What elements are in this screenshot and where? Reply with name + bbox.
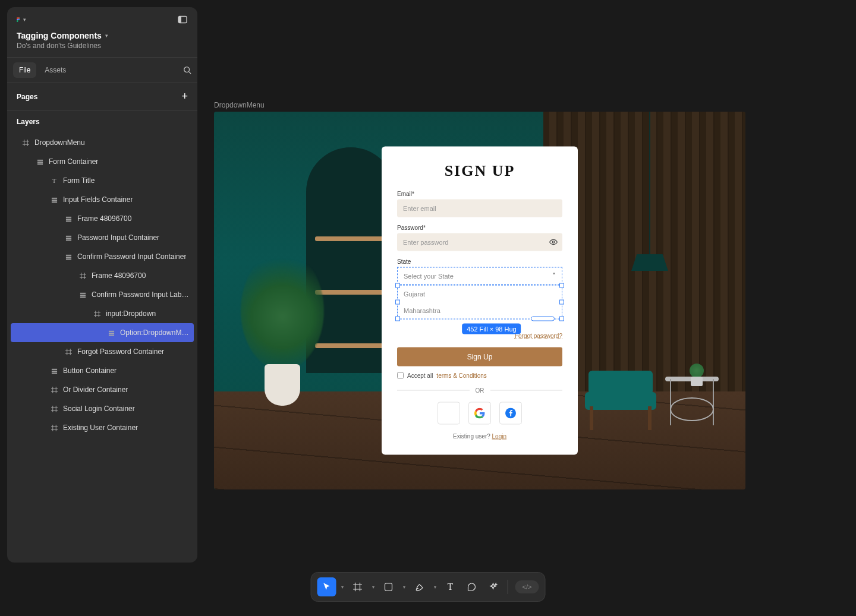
layer-item[interactable]: Confirm Password Input Container — [7, 247, 197, 266]
state-dropdown[interactable]: Select your State ˄ Gujarat Maharashtra … — [397, 267, 562, 320]
svg-rect-35 — [385, 583, 392, 590]
layer-item[interactable]: Button Container — [7, 361, 197, 380]
layer-label: DropdownMenu — [34, 138, 85, 147]
code-icon: </> — [523, 583, 532, 590]
layer-label: Existing User Container — [63, 424, 138, 432]
tab-file[interactable]: File — [13, 62, 36, 78]
figma-menu[interactable]: ▾ — [17, 15, 26, 24]
move-tool-chevron[interactable]: ▾ — [339, 585, 346, 590]
selection-handle[interactable] — [559, 283, 564, 288]
layer-item[interactable]: Input Fields Container — [7, 190, 197, 209]
pen-icon — [415, 582, 424, 592]
svg-rect-14 — [51, 201, 56, 203]
comment-tool[interactable] — [462, 577, 482, 596]
shape-tool-chevron[interactable]: ▾ — [401, 585, 408, 590]
selection-handle[interactable] — [395, 317, 400, 321]
layer-item[interactable]: Option:DropdownMenu — [11, 323, 194, 342]
layer-item[interactable]: Frame 48096700 — [7, 209, 197, 228]
frame-label[interactable]: DropdownMenu — [214, 101, 832, 109]
frame-tool[interactable] — [348, 577, 367, 596]
layer-label: Social Login Container — [63, 405, 135, 413]
autolayout-icon — [107, 330, 115, 336]
dropdown-option[interactable]: Gujarat — [398, 286, 562, 302]
layer-item[interactable]: Form Container — [7, 152, 197, 171]
text-tool[interactable]: T — [441, 577, 460, 596]
move-tool[interactable] — [317, 577, 336, 596]
dev-mode-toggle[interactable]: </> — [515, 580, 539, 593]
project-title[interactable]: Tagging Components — [17, 31, 102, 40]
layer-item[interactable]: Password Input Container — [7, 228, 197, 247]
layer-item[interactable]: Frame 48096700 — [7, 266, 197, 285]
svg-rect-24 — [80, 292, 85, 293]
pen-tool[interactable] — [410, 577, 429, 596]
email-input[interactable] — [397, 200, 562, 217]
chevron-down-icon[interactable]: ▾ — [105, 33, 108, 39]
shape-tool[interactable] — [379, 577, 398, 596]
svg-rect-26 — [80, 296, 85, 298]
layer-label: Input Fields Container — [63, 195, 133, 204]
autolayout-icon — [64, 235, 73, 241]
svg-point-1 — [18, 17, 20, 19]
login-link[interactable]: Login — [492, 433, 506, 440]
actions-tool[interactable] — [484, 577, 503, 596]
layer-item[interactable]: TForm Title — [7, 171, 197, 190]
svg-rect-21 — [65, 254, 71, 255]
svg-rect-13 — [51, 200, 56, 201]
comment-icon — [467, 582, 477, 592]
signup-button[interactable]: Sign Up — [397, 348, 562, 367]
layer-label: Password Input Container — [77, 233, 159, 242]
layer-item[interactable]: DropdownMenu — [7, 133, 197, 152]
svg-line-8 — [189, 72, 191, 74]
password-label: Password* — [397, 225, 562, 231]
password-input[interactable] — [397, 233, 562, 251]
pages-heading[interactable]: Pages — [17, 93, 37, 101]
terms-link[interactable]: terms & Conditions — [436, 372, 486, 379]
svg-rect-29 — [108, 334, 114, 336]
panel-toggle-button[interactable] — [177, 14, 188, 25]
frame-icon — [50, 387, 58, 393]
accept-checkbox[interactable] — [397, 372, 404, 379]
frame-icon — [353, 582, 363, 592]
google-icon — [474, 408, 485, 419]
svg-rect-23 — [65, 258, 71, 260]
tab-assets[interactable]: Assets — [39, 62, 72, 78]
layer-item[interactable]: Confirm Password Input Labe... — [7, 285, 197, 304]
svg-rect-12 — [51, 197, 56, 198]
layer-item[interactable]: input:Dropdown — [7, 304, 197, 323]
svg-point-36 — [417, 588, 418, 589]
selection-pill-handle[interactable] — [531, 317, 555, 321]
frame-tool-chevron[interactable]: ▾ — [370, 585, 377, 590]
selection-handle[interactable] — [559, 300, 564, 305]
signup-form: SIGN UP Email* Password* State Select yo… — [382, 147, 578, 455]
layer-label: Option:DropdownMenu — [120, 328, 190, 337]
autolayout-icon — [64, 254, 73, 260]
svg-rect-31 — [51, 371, 56, 372]
autolayout-icon — [64, 216, 73, 222]
layer-label: Forgot Password Container — [77, 348, 164, 356]
layer-item[interactable]: Forgot Password Container — [7, 342, 197, 361]
apple-login-button[interactable] — [438, 402, 460, 425]
pen-tool-chevron[interactable]: ▾ — [432, 585, 439, 590]
add-page-button[interactable]: + — [181, 90, 188, 103]
form-title: SIGN UP — [397, 162, 562, 180]
cursor-icon — [322, 582, 332, 592]
eye-icon[interactable] — [549, 238, 558, 248]
facebook-login-button[interactable] — [499, 402, 522, 425]
svg-rect-18 — [65, 235, 71, 236]
bottom-toolbar: ▾ ▾ ▾ ▾ T </> — [311, 572, 546, 602]
google-login-button[interactable] — [468, 402, 491, 425]
dropdown-menu-selected[interactable]: Gujarat Maharashtra 452 Fill × 98 Hug — [397, 285, 562, 320]
layer-item[interactable]: Social Login Container — [7, 399, 197, 418]
frame-icon — [50, 425, 58, 431]
search-button[interactable] — [183, 66, 191, 74]
figma-logo-icon — [17, 14, 20, 25]
accept-text: Accept all — [407, 372, 433, 379]
selection-handle[interactable] — [395, 300, 400, 305]
svg-rect-15 — [65, 216, 71, 217]
canvas-frame[interactable]: SIGN UP Email* Password* State Select yo… — [214, 112, 745, 489]
layer-item[interactable]: Existing User Container — [7, 418, 197, 437]
selection-handle[interactable] — [395, 283, 400, 288]
layer-item[interactable]: Or Divider Container — [7, 380, 197, 399]
selection-handle[interactable] — [559, 317, 564, 321]
canvas-area[interactable]: DropdownMenu SIGN UP Email* Password* St… — [214, 101, 832, 489]
